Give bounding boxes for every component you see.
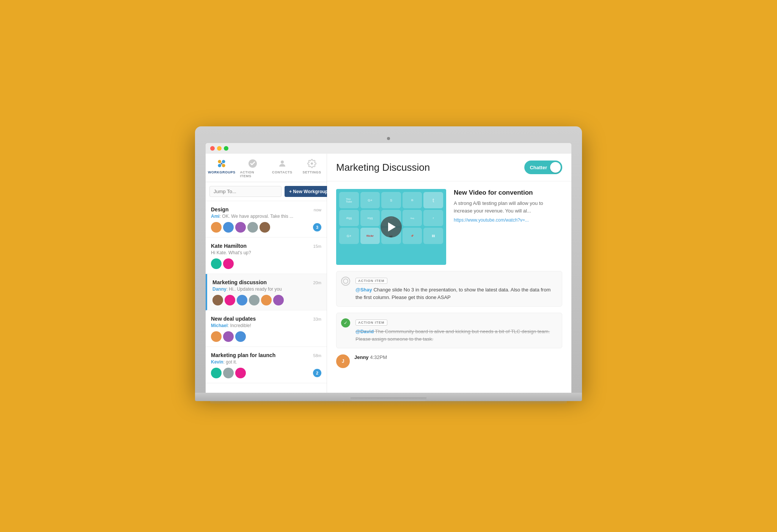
chat-item-marketing-launch[interactable]: Marketing plan for launch 58m Kevin: got… (206, 347, 327, 383)
chat-list: Design now Ami: OK. We have approval. Ta… (206, 201, 327, 392)
s-icon: S (381, 192, 401, 208)
svg-point-4 (221, 163, 223, 165)
search-input[interactable] (209, 186, 282, 197)
sidebar-item-workgroups[interactable]: WORKGROUPS (206, 154, 238, 182)
action-item-2: ✓ ACTION ITEM @David The Commmunity boar… (336, 313, 562, 348)
chat-item-new-deal-header: New deal updates 33m (211, 316, 321, 322)
chat-avatars: 3 (211, 222, 321, 233)
chat-preview: Kevin: got it. (211, 359, 321, 365)
svg-point-1 (222, 160, 225, 164)
contacts-icon (277, 158, 288, 169)
chat-time: now (314, 208, 321, 212)
workgroups-icon (216, 158, 227, 169)
chat-avatars (211, 331, 321, 342)
message-time: 4:32PM (370, 354, 387, 360)
action-check-1[interactable] (341, 277, 350, 286)
foursq-icon: 4sq (403, 210, 422, 226)
sidebar-item-action-items[interactable]: ACTION ITEMS (238, 154, 267, 182)
page-title: Marketing Discussion (336, 162, 518, 173)
mention-shay: @Shay (355, 287, 372, 293)
svg-point-8 (343, 279, 348, 283)
action-content-2: The Commmunity board is alive and kickin… (355, 329, 550, 342)
mention-david: @David (355, 329, 374, 334)
video-title: New Video for convention (454, 189, 562, 197)
chat-item-kate[interactable]: Kate Hamilton 15m Hi Kate. What's up? (206, 238, 327, 274)
settings-icon (307, 158, 317, 169)
avatar (211, 331, 222, 342)
action-text-1: @Shay Change slide No 3 in the presentat… (355, 286, 557, 301)
action-item-1: ACTION ITEM @Shay Change slide No 3 in t… (336, 271, 562, 307)
chat-item-design[interactable]: Design now Ami: OK. We have approval. Ta… (206, 201, 327, 238)
video-info: New Video for convention A strong A/B te… (454, 189, 562, 223)
sidebar-item-settings[interactable]: SETTINGS (297, 154, 327, 182)
main-header: Marketing Discussion Chatter (327, 154, 571, 181)
avatar (235, 222, 246, 233)
camera (387, 137, 390, 140)
action-check-2[interactable]: ✓ (341, 318, 350, 327)
avatar (223, 368, 234, 378)
app-container: WORKGROUPS ACTION ITEMS (206, 154, 571, 392)
avatar (261, 295, 272, 305)
feed: YouTube G+ S B t digg myg 19 4sq r (327, 181, 571, 392)
action-text-2: @David The Commmunity board is alive and… (355, 328, 557, 343)
blog-icon: B (403, 192, 422, 208)
play-icon (388, 222, 396, 231)
gplus2-icon: G+ (339, 228, 359, 244)
settings-label: SETTINGS (302, 170, 321, 174)
digg-icon: digg (339, 210, 359, 226)
action-badge-2: ACTION ITEM (355, 320, 387, 326)
chat-name: Kate Hamilton (211, 243, 247, 249)
svg-point-6 (281, 161, 284, 164)
gplus-icon: G+ (360, 192, 380, 208)
chat-name: Design (211, 206, 229, 212)
avatar (212, 295, 223, 305)
message-author: Jenny (354, 354, 369, 360)
laptop-shadow (210, 401, 567, 406)
video-thumbnail[interactable]: YouTube G+ S B t digg myg 19 4sq r (336, 189, 446, 265)
bar-icon: ▮▮ (423, 228, 443, 244)
chatter-label: Chatter (530, 165, 547, 170)
minimize-icon[interactable] (217, 146, 222, 151)
avatar (223, 258, 234, 269)
action-content-1: Change slide No 3 in the presentation, t… (355, 287, 551, 300)
chat-name: New deal updates (211, 316, 256, 322)
chat-avatars (212, 295, 321, 305)
chat-item-new-deal[interactable]: New deal updates 33m Michael: Incredible… (206, 310, 327, 347)
laptop-body: WORKGROUPS ACTION ITEMS (195, 126, 582, 392)
message-content-jenny: Jenny 4:32PM (354, 354, 387, 368)
message-item-jenny: J Jenny 4:32PM (336, 354, 562, 368)
close-icon[interactable] (210, 146, 215, 151)
unread-badge: 3 (313, 223, 321, 231)
avatar (247, 222, 258, 233)
chat-preview: Ami: OK. We have approval. Take this ... (211, 214, 321, 219)
chat-time: 58m (313, 353, 321, 358)
maximize-icon[interactable] (224, 146, 228, 151)
svg-point-2 (218, 164, 222, 167)
chat-name: Marketing plan for launch (211, 352, 275, 358)
avatar (235, 368, 246, 378)
chat-time: 15m (313, 244, 321, 249)
toggle-ball (550, 162, 561, 173)
t-icon: t (423, 192, 443, 208)
new-workgroup-button[interactable]: + New Workgroup (285, 186, 332, 197)
video-description: A strong A/B testing plan will allow you… (454, 200, 562, 214)
chatter-toggle[interactable]: Chatter (524, 161, 562, 174)
play-button[interactable] (381, 216, 402, 238)
avatar (235, 331, 246, 342)
main-content: Marketing Discussion Chatter (327, 154, 571, 392)
sidebar-item-contacts[interactable]: CONTACTS (267, 154, 297, 182)
video-card: YouTube G+ S B t digg myg 19 4sq r (336, 189, 562, 265)
chat-item-marketing-header: Marketing discussion 20m (212, 279, 321, 285)
message-meta-jenny: Jenny 4:32PM (354, 354, 387, 360)
video-url[interactable]: https://www.youtube.com/watch?v=... (454, 217, 562, 223)
sidebar: WORKGROUPS ACTION ITEMS (206, 154, 327, 392)
chat-preview: Danny: Hi.. Updates ready for you (212, 286, 321, 292)
sidebar-nav: WORKGROUPS ACTION ITEMS (206, 154, 327, 182)
avatar (260, 222, 270, 233)
flickr-text: flickr (360, 228, 380, 244)
laptop-base (195, 393, 582, 401)
chat-item-marketing[interactable]: Marketing discussion 20m Danny: Hi.. Upd… (206, 274, 327, 310)
laptop-foot (351, 397, 426, 401)
avatar-jenny: J (336, 354, 350, 368)
chat-name: Marketing discussion (212, 279, 267, 285)
